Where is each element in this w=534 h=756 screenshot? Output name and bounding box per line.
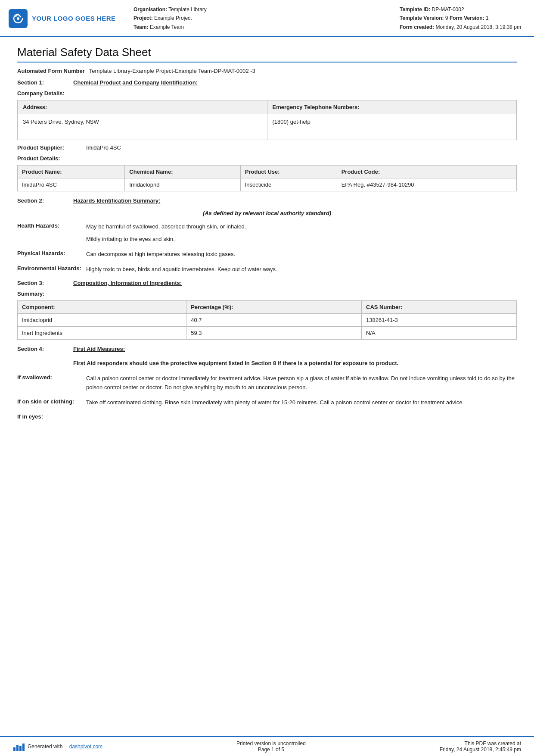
template-version-value: 9 <box>445 15 448 21</box>
section2-row: Section 2: Hazards Identification Summar… <box>17 197 517 204</box>
product-table-header-0: Product Name: <box>18 166 125 178</box>
section1-title: Chemical Product and Company Identificat… <box>73 79 198 86</box>
product-supplier-row: Product Supplier: ImidaPro 4SC <box>17 144 517 151</box>
footer-left: Generated with dashpivot.com <box>13 742 102 751</box>
footer-of-text: of 5 <box>276 747 284 753</box>
template-id-value: DP-MAT-0002 <box>432 6 464 12</box>
footer-right: This PDF was created at Friday, 24 Augus… <box>440 740 521 753</box>
product-table-header-2: Product Use: <box>240 166 337 178</box>
header-meta-right: Template ID: DP-MAT-0002 Template Versio… <box>400 5 521 31</box>
section1-block: Section 1: Chemical Product and Company … <box>17 79 517 191</box>
header-meta-left: Organisation: Template Library Project: … <box>134 5 207 31</box>
product-code-cell: EPA Reg. #43527-984-10290 <box>337 178 516 191</box>
dashpivot-logo-icon <box>13 742 25 751</box>
section1-row: Section 1: Chemical Product and Company … <box>17 79 517 86</box>
physical-hazards-value: Can decompose at high temperatures relea… <box>86 250 517 259</box>
percentage-cell-0: 40.7 <box>186 314 362 327</box>
section4-block: Section 4: First Aid Measures: First Aid… <box>17 346 517 419</box>
svg-point-0 <box>17 17 19 20</box>
form-number-row: Automated Form Number Template Library-E… <box>17 68 517 74</box>
if-skin-value: Take off contaminated clothing. Rinse sk… <box>86 398 517 407</box>
section4-label: Section 4: <box>17 346 73 352</box>
component-cell-0: Imidacloprid <box>18 314 186 327</box>
emergency-label: Emergency Telephone Numbers: <box>267 100 517 114</box>
footer-page-text: Page 1 <box>258 747 274 753</box>
health-value-2: Mildly irritating to the eyes and skin. <box>86 235 517 244</box>
summary-heading: Summary: <box>17 291 517 297</box>
form-created-label: Form created: <box>400 24 434 30</box>
if-eyes-label: If in eyes: <box>17 413 86 420</box>
project-label: Project: <box>134 15 153 21</box>
section4-title: First Aid Measures: <box>73 346 125 352</box>
product-table-header-1: Chemical Name: <box>125 166 240 178</box>
chemical-name-cell: Imidacloprid <box>125 178 240 191</box>
section2-subtitle: (As defined by relevant local authority … <box>17 210 517 216</box>
if-swallowed-row: If swallowed: Call a poison control cent… <box>17 374 517 392</box>
cas-cell-1: N/A <box>362 327 517 340</box>
logo-text: YOUR LOGO GOES HERE <box>32 15 116 22</box>
table-row: Inert Ingredients 59.3 N/A <box>18 327 517 340</box>
section2-block: Section 2: Hazards Identification Summar… <box>17 197 517 274</box>
section3-row: Section 3: Composition, Information of I… <box>17 280 517 286</box>
form-number-value: Template Library-Example Project-Example… <box>89 68 255 74</box>
footer: Generated with dashpivot.com Printed ver… <box>0 736 534 756</box>
footer-generated-text: Generated with <box>28 744 62 750</box>
emergency-value: (1800) get-help <box>267 114 517 140</box>
team-label: Team: <box>134 24 148 30</box>
company-details-table: Address: Emergency Telephone Numbers: 34… <box>17 100 517 140</box>
percentage-cell-1: 59.3 <box>186 327 362 340</box>
health-hazards-row: Health Hazards: May be harmful of swallo… <box>17 222 517 244</box>
physical-hazards-row: Physical Hazards: Can decompose at high … <box>17 250 517 259</box>
section3-title: Composition, Information of Ingredients: <box>73 280 182 286</box>
header-meta: Organisation: Template Library Project: … <box>121 5 521 31</box>
health-hazards-value: May be harmful of swallowed, absorbed th… <box>86 222 517 244</box>
form-version-value: 1 <box>486 15 489 21</box>
product-supplier-label: Product Supplier: <box>17 144 86 151</box>
if-eyes-row: If in eyes: <box>17 413 517 420</box>
cas-cell-0: 138261-41-3 <box>362 314 517 327</box>
product-name-cell: ImidaPro 4SC <box>18 178 125 191</box>
form-version-label: Form Version: <box>450 15 484 21</box>
footer-center: Printed version is uncontrolled Page 1 o… <box>236 740 306 753</box>
if-swallowed-label: If swallowed: <box>17 374 86 381</box>
table-row: ImidaPro 4SC Imidacloprid Insecticide EP… <box>18 178 517 191</box>
section3-block: Section 3: Composition, Information of I… <box>17 280 517 340</box>
ingredients-header-0: Component: <box>18 301 186 314</box>
template-id-label: Template ID: <box>400 6 430 12</box>
health-value-1: May be harmful of swallowed, absorbed th… <box>86 222 517 231</box>
form-created-value: Monday, 20 August 2018, 3:19:38 pm <box>435 24 521 30</box>
section1-label: Section 1: <box>17 79 73 86</box>
ingredients-table: Component: Percentage (%): CAS Number: I… <box>17 300 517 340</box>
environmental-hazards-label: Environmental Hazards: <box>17 265 86 272</box>
template-version-label: Template Version: <box>400 15 444 21</box>
ingredients-header-2: CAS Number: <box>362 301 517 314</box>
product-use-cell: Insecticide <box>240 178 337 191</box>
product-details-table: Product Name: Chemical Name: Product Use… <box>17 165 517 191</box>
table-row: Imidacloprid 40.7 138261-41-3 <box>18 314 517 327</box>
footer-page: Page 1 of 5 <box>236 747 306 753</box>
footer-uncontrolled: Printed version is uncontrolled <box>236 740 306 747</box>
if-skin-label: If on skin or clothing: <box>17 398 86 405</box>
if-skin-row: If on skin or clothing: Take off contami… <box>17 398 517 407</box>
product-table-header-3: Product Code: <box>337 166 516 178</box>
header: YOUR LOGO GOES HERE Organisation: Templa… <box>0 0 534 37</box>
physical-hazards-label: Physical Hazards: <box>17 250 86 256</box>
product-details-heading: Product Details: <box>17 155 517 162</box>
org-value: Template Library <box>168 6 207 12</box>
ingredients-header-1: Percentage (%): <box>186 301 362 314</box>
section2-label: Section 2: <box>17 197 73 204</box>
project-value: Example Project <box>154 15 192 21</box>
environmental-hazards-row: Environmental Hazards: Highly toxic to b… <box>17 265 517 274</box>
svg-rect-3 <box>19 746 22 751</box>
section2-title: Hazards Identification Summary: <box>73 197 160 204</box>
svg-rect-1 <box>13 747 16 751</box>
footer-link[interactable]: dashpivot.com <box>69 744 102 750</box>
footer-pdf-created-text: This PDF was created at <box>440 740 521 747</box>
logo-icon <box>9 9 28 28</box>
section3-label: Section 3: <box>17 280 73 286</box>
team-value: Example Team <box>150 24 184 30</box>
environmental-hazards-value: Highly toxic to bees, birds and aquatic … <box>86 265 517 274</box>
health-hazards-label: Health Hazards: <box>17 222 86 229</box>
address-value: 34 Peters Drive, Sydney, NSW <box>18 114 267 140</box>
if-swallowed-value: Call a poison control center or doctor i… <box>86 374 517 392</box>
